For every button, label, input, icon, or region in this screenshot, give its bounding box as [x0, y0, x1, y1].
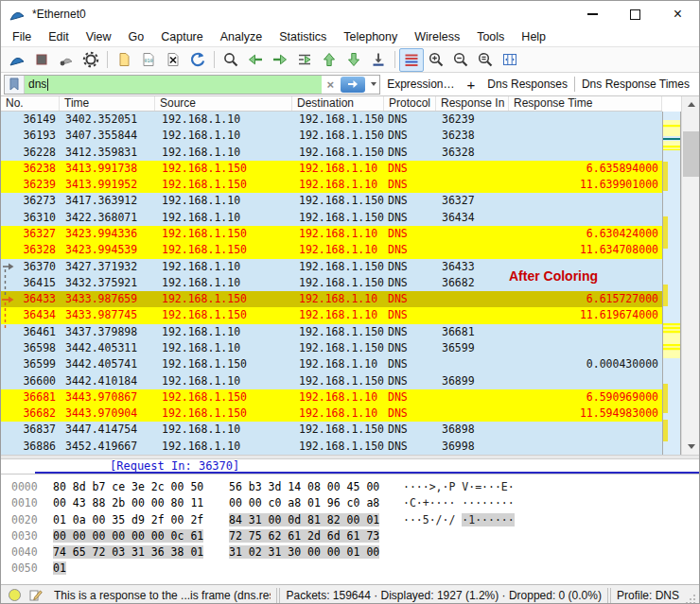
resize-columns-button[interactable]: [498, 48, 522, 72]
column-header-time[interactable]: Time: [60, 96, 155, 111]
cell-no: 36599: [1, 356, 60, 372]
minimap-mark: [663, 334, 680, 344]
go-back-button[interactable]: [243, 48, 268, 72]
hex-row[interactable]: 002001 0a 00 35 d9 2f 00 2f84 31 00 0d 8…: [1, 512, 699, 528]
packet-row[interactable]: 362283412.359831192.168.1.10192.168.1.15…: [1, 145, 662, 161]
packet-row[interactable]: 361493402.352051192.168.1.10192.168.1.15…: [1, 112, 662, 128]
packet-row[interactable]: 362393413.991952192.168.1.150192.168.1.1…: [1, 177, 662, 193]
cell-src: 192.168.1.150: [155, 406, 292, 422]
hex-row[interactable]: 001000 43 88 2b 00 00 80 1100 00 c0 a8 0…: [1, 495, 699, 511]
scrollbar-thumb[interactable]: [683, 131, 699, 177]
filter-apply-button[interactable]: [341, 77, 365, 93]
go-to-packet-button[interactable]: [292, 48, 317, 72]
menu-item-statistics[interactable]: Statistics: [271, 30, 335, 43]
filter-bookmark-button[interactable]: [5, 76, 25, 94]
stop-capture-button[interactable]: [29, 48, 54, 72]
column-header-no[interactable]: No.: [1, 96, 60, 111]
profile-label[interactable]: Profile: DNS: [617, 589, 679, 602]
menu-item-capture[interactable]: Capture: [152, 30, 211, 43]
column-header-resp_time[interactable]: Response Time: [509, 96, 662, 111]
resize-grip[interactable]: [685, 594, 696, 604]
packet-row[interactable]: 365983442.405311192.168.1.10192.168.1.15…: [1, 340, 662, 356]
zoom-reset-button[interactable]: [473, 48, 498, 72]
packet-list-scrollbar[interactable]: [681, 96, 700, 455]
filter-shortcut-dns-response-times[interactable]: Dns Response Times: [575, 78, 696, 91]
capture-comment-icon[interactable]: [28, 588, 43, 602]
cell-resp_in: 36681: [436, 324, 509, 340]
menu-item-analyze[interactable]: Analyze: [212, 30, 271, 43]
expert-info-icon[interactable]: [9, 589, 21, 601]
menu-item-view[interactable]: View: [78, 30, 120, 43]
hex-row[interactable]: 004074 65 72 03 31 36 38 0131 02 31 30 0…: [1, 544, 699, 561]
column-header-dst[interactable]: Destination: [292, 96, 384, 111]
menu-item-wireless[interactable]: Wireless: [406, 30, 468, 43]
apply-arrow-icon: [346, 78, 359, 90]
toolbar-separator: [214, 51, 215, 68]
auto-scroll-button[interactable]: [366, 48, 391, 72]
column-header-resp_in[interactable]: Response In: [436, 96, 509, 111]
go-first-button[interactable]: [317, 48, 341, 72]
packet-row[interactable]: 363283423.994539192.168.1.150192.168.1.1…: [1, 242, 662, 258]
packet-row[interactable]: 364343433.987745192.168.1.150192.168.1.1…: [1, 307, 662, 323]
packet-row[interactable]: 368373447.414754192.168.1.10192.168.1.15…: [1, 422, 662, 438]
packet-row[interactable]: 363103422.368071192.168.1.10192.168.1.15…: [1, 210, 662, 226]
zoom-in-button[interactable]: [424, 48, 448, 72]
column-header-proto[interactable]: Protocol: [384, 96, 436, 111]
cell-proto: DNS: [384, 389, 436, 406]
menu-item-file[interactable]: File: [4, 30, 40, 43]
bookmark-icon: [9, 78, 20, 91]
hex-bytes-group2: 56 b3 3d 14 08 00 45 00: [229, 479, 403, 495]
filter-history-button[interactable]: [367, 82, 379, 86]
filter-shortcut-dns-responses[interactable]: Dns Responses: [481, 78, 574, 91]
reload-button[interactable]: [185, 48, 210, 72]
packet-row[interactable]: 366003442.410184192.168.1.10192.168.1.15…: [1, 373, 662, 389]
scrollbar-up-button[interactable]: [682, 96, 700, 112]
close-file-button[interactable]: [161, 48, 185, 72]
hex-row[interactable]: 000080 8d b7 ce 3e 2c 00 5056 b3 3d 14 0…: [1, 479, 699, 495]
go-last-button[interactable]: [341, 48, 366, 72]
packet-row[interactable]: 363273423.994336192.168.1.150192.168.1.1…: [1, 226, 662, 242]
menubar: FileEditViewGoCaptureAnalyzeStatisticsTe…: [1, 27, 700, 46]
capture-options-button[interactable]: [79, 48, 103, 72]
expression-button[interactable]: Expression…: [380, 78, 461, 91]
hex-row[interactable]: 003000 00 00 00 00 00 0c 6172 75 62 61 2…: [1, 528, 699, 544]
minimize-button[interactable]: [571, 1, 614, 27]
packet-row[interactable]: 368863452.419667192.168.1.10192.168.1.15…: [1, 439, 662, 455]
menu-item-telephony[interactable]: Telephony: [335, 30, 406, 43]
request-in-link[interactable]: [Request In: 36370]: [110, 459, 239, 474]
colorize-button[interactable]: [399, 48, 424, 72]
cell-proto: DNS: [384, 128, 436, 144]
packet-list-minimap[interactable]: [662, 112, 681, 455]
find-packet-button[interactable]: [219, 48, 243, 72]
filter-input[interactable]: dns: [25, 76, 322, 94]
related-packet-markers: [1, 256, 16, 334]
menu-item-edit[interactable]: Edit: [40, 30, 78, 43]
save-file-button[interactable]: 010: [136, 48, 161, 72]
maximize-button[interactable]: [614, 1, 656, 27]
restart-capture-button[interactable]: [54, 48, 79, 72]
scrollbar-down-button[interactable]: [682, 439, 700, 455]
start-capture-button[interactable]: [5, 48, 29, 72]
minimap-mark: [663, 162, 668, 191]
packet-row[interactable]: 362733417.363912192.168.1.10192.168.1.15…: [1, 193, 662, 209]
close-button[interactable]: ×: [656, 1, 699, 27]
menu-item-go[interactable]: Go: [120, 30, 153, 43]
add-filter-button[interactable]: +: [462, 77, 481, 93]
menu-item-help[interactable]: Help: [513, 30, 554, 43]
zoom-out-button[interactable]: [448, 48, 473, 72]
packet-row[interactable]: 366823443.970904192.168.1.150192.168.1.1…: [1, 406, 662, 422]
filter-clear-button[interactable]: ×: [322, 78, 339, 92]
packet-row[interactable]: 364613437.379898192.168.1.10192.168.1.15…: [1, 324, 662, 340]
packet-row[interactable]: 361933407.355844192.168.1.10192.168.1.15…: [1, 128, 662, 144]
packet-row[interactable]: 366813443.970867192.168.1.150192.168.1.1…: [1, 389, 662, 406]
go-forward-button[interactable]: [268, 48, 292, 72]
open-file-button[interactable]: [112, 48, 136, 72]
cell-time: 3442.410184: [60, 373, 155, 389]
packet-row[interactable]: 362383413.991738192.168.1.150192.168.1.1…: [1, 161, 662, 177]
cell-time: 3443.970904: [60, 406, 155, 422]
column-header-src[interactable]: Source: [155, 96, 292, 111]
packet-row[interactable]: 364333433.987659192.168.1.150192.168.1.1…: [1, 291, 662, 307]
packet-row[interactable]: 365993442.405741192.168.1.150192.168.1.1…: [1, 356, 662, 372]
menu-item-tools[interactable]: Tools: [468, 30, 513, 43]
hex-row[interactable]: 005001: [1, 561, 699, 577]
